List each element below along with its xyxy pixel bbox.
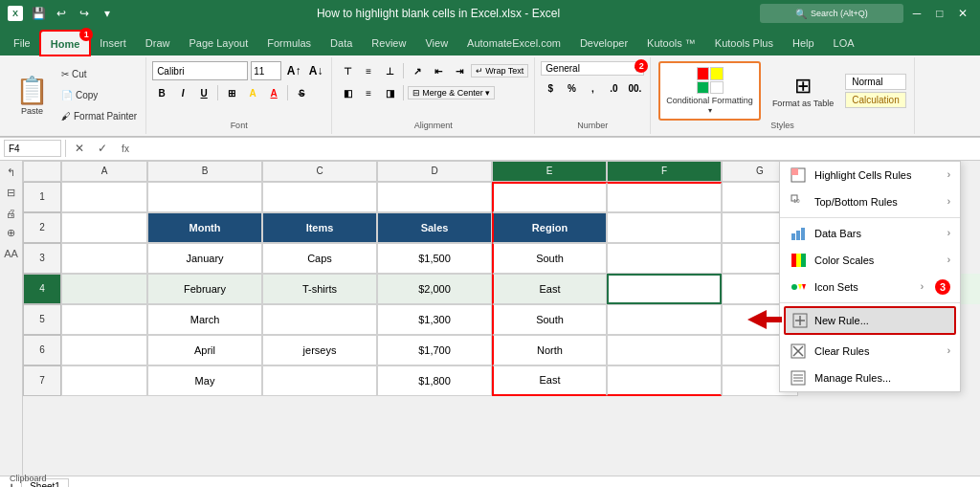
cell-d4[interactable]: $2,000 [377,274,492,304]
cell-c6[interactable]: jerseys [262,335,377,365]
strikethrough-button[interactable]: S̶ [292,83,311,102]
bold-button[interactable]: B [152,83,171,102]
cell-f5[interactable] [607,304,722,335]
cell-d6[interactable]: $1,700 [377,335,492,365]
cell-a6[interactable] [61,335,147,365]
fill-color-button[interactable]: A [243,83,262,102]
dropdown-icon[interactable]: ▾ [98,4,117,23]
font-name-input[interactable] [152,61,248,80]
cell-f1[interactable] [607,182,722,212]
align-right-btn[interactable]: ◨ [380,83,399,102]
cell-b3[interactable]: January [147,243,262,274]
cell-f4[interactable] [607,274,722,304]
cell-e3[interactable]: South [492,243,607,274]
menu-item-clear-rules[interactable]: Clear Rules › [780,338,960,365]
tab-insert[interactable]: Insert [90,31,136,55]
paste-button[interactable]: 📋 Paste [10,61,55,130]
tab-view[interactable]: View [415,31,457,55]
decrease-decimal-btn[interactable]: .0 [604,78,623,98]
cell-b6[interactable]: April [147,335,262,365]
menu-item-color-scales[interactable]: Color Scales › [780,247,960,274]
cell-e2[interactable]: Region [492,212,607,243]
sidebar-icon-5[interactable]: AA [3,245,20,262]
align-bottom-btn[interactable]: ⊥ [380,61,399,80]
tab-home[interactable]: Home 1 [40,31,91,55]
cell-f6[interactable] [607,335,722,365]
sidebar-icon-1[interactable]: ↰ [3,165,20,182]
tab-help[interactable]: Help [783,31,824,55]
menu-item-data-bars[interactable]: Data Bars › [780,220,960,247]
menu-item-highlight-cells[interactable]: Highlight Cells Rules › [780,162,960,188]
merge-center-btn[interactable]: ⊟ Merge & Center ▾ [408,86,495,100]
tab-kutools[interactable]: Kutools ™ [637,31,705,55]
increase-font-btn[interactable]: A↑ [284,61,303,80]
cell-b4[interactable]: February [147,274,262,304]
cell-f2[interactable] [607,212,722,243]
row-num-1[interactable]: 1 [23,182,61,212]
undo-icon[interactable]: ↩ [52,4,71,23]
cell-e6[interactable]: North [492,335,607,365]
tab-file[interactable]: File [4,31,40,55]
cell-c7[interactable] [262,365,377,396]
cell-a7[interactable] [61,365,147,396]
tab-formulas[interactable]: Formulas [257,31,321,55]
cell-c4[interactable]: T-shirts [262,274,377,304]
percent-btn[interactable]: % [562,78,581,98]
border-button[interactable]: ⊞ [222,83,241,102]
cell-reference-box[interactable] [4,140,61,157]
col-header-e[interactable]: E [492,161,607,182]
cell-a3[interactable] [61,243,147,274]
cell-c2[interactable]: Items [262,212,377,243]
menu-item-manage-rules[interactable]: Manage Rules... [780,365,960,391]
cell-f3[interactable] [607,243,722,274]
text-direction-btn[interactable]: ↗ [408,61,427,80]
row-num-4[interactable]: 4 [23,274,61,304]
format-painter-button[interactable]: 🖌 Format Painter [58,107,140,126]
cell-e4[interactable]: East [492,274,607,304]
search-box[interactable]: 🔍 Search (Alt+Q) [760,4,903,23]
cell-d5[interactable]: $1,300 [377,304,492,335]
tab-developer[interactable]: Developer [570,31,637,55]
row-num-7[interactable]: 7 [23,365,61,396]
insert-function-btn[interactable]: fx [116,139,135,158]
minimize-btn[interactable]: ─ [907,4,926,23]
redo-icon[interactable]: ↪ [75,4,94,23]
sidebar-icon-2[interactable]: ⊟ [3,185,20,202]
row-num-5[interactable]: 5 [23,304,61,335]
tab-kutools-plus[interactable]: Kutools Plus [705,31,783,55]
cell-b7[interactable]: May [147,365,262,396]
col-header-b[interactable]: B [147,161,262,182]
merge-dropdown-icon[interactable]: ▾ [485,88,490,98]
cell-d2[interactable]: Sales [377,212,492,243]
copy-button[interactable]: 📄 Copy [58,86,140,105]
font-size-input[interactable] [251,61,281,80]
formula-input[interactable] [139,143,976,154]
row-num-2[interactable]: 2 [23,212,61,243]
cell-a2[interactable] [61,212,147,243]
currency-btn[interactable]: $ [541,78,560,98]
italic-button[interactable]: I [173,83,192,102]
cell-d1[interactable] [377,182,492,212]
wrap-text-btn[interactable]: ↵ Wrap Text [471,64,528,77]
increase-decimal-btn[interactable]: 00. [625,78,644,98]
align-center-btn[interactable]: ≡ [359,83,378,102]
tab-draw[interactable]: Draw [136,31,180,55]
cell-a5[interactable] [61,304,147,335]
sidebar-icon-3[interactable]: 🖨 [3,205,20,222]
cell-a1[interactable] [61,182,147,212]
menu-item-top-bottom[interactable]: 10 Top/Bottom Rules › [780,188,960,215]
conditional-formatting-button[interactable]: Conditional Formatting ▾ [658,61,761,121]
cell-d7[interactable]: $1,800 [377,365,492,396]
row-num-6[interactable]: 6 [23,335,61,365]
align-top-btn[interactable]: ⊤ [338,61,357,80]
confirm-formula-btn[interactable]: ✓ [93,139,112,158]
normal-style-button[interactable]: Normal [845,74,905,90]
tab-automateexcel[interactable]: AutomateExcel.com [457,31,570,55]
cell-c5[interactable] [262,304,377,335]
align-middle-btn[interactable]: ≡ [359,61,378,80]
align-left-btn[interactable]: ◧ [338,83,357,102]
cell-c1[interactable] [262,182,377,212]
number-format-selector[interactable]: General ▾ [541,61,644,76]
col-header-c[interactable]: C [262,161,377,182]
calculation-style-button[interactable]: Calculation [845,92,905,108]
